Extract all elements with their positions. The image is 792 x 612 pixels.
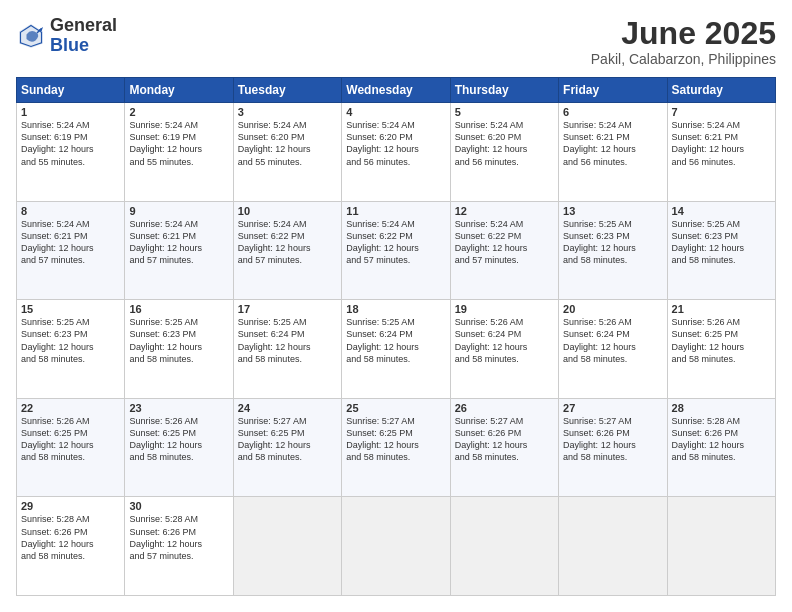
table-row: 9Sunrise: 5:24 AM Sunset: 6:21 PM Daylig… <box>125 201 233 300</box>
table-row: 18Sunrise: 5:25 AM Sunset: 6:24 PM Dayli… <box>342 300 450 399</box>
table-row: 14Sunrise: 5:25 AM Sunset: 6:23 PM Dayli… <box>667 201 775 300</box>
table-row: 27Sunrise: 5:27 AM Sunset: 6:26 PM Dayli… <box>559 398 667 497</box>
logo-general: General <box>50 15 117 35</box>
table-row: 10Sunrise: 5:24 AM Sunset: 6:22 PM Dayli… <box>233 201 341 300</box>
day-info: Sunrise: 5:26 AM Sunset: 6:25 PM Dayligh… <box>21 415 120 464</box>
day-number: 20 <box>563 303 662 315</box>
day-number: 17 <box>238 303 337 315</box>
calendar-row: 15Sunrise: 5:25 AM Sunset: 6:23 PM Dayli… <box>17 300 776 399</box>
day-info: Sunrise: 5:27 AM Sunset: 6:26 PM Dayligh… <box>563 415 662 464</box>
weekday-header-row: Sunday Monday Tuesday Wednesday Thursday… <box>17 78 776 103</box>
table-row: 15Sunrise: 5:25 AM Sunset: 6:23 PM Dayli… <box>17 300 125 399</box>
table-row: 12Sunrise: 5:24 AM Sunset: 6:22 PM Dayli… <box>450 201 558 300</box>
day-info: Sunrise: 5:24 AM Sunset: 6:21 PM Dayligh… <box>563 119 662 168</box>
title-block: June 2025 Pakil, Calabarzon, Philippines <box>591 16 776 67</box>
day-info: Sunrise: 5:24 AM Sunset: 6:21 PM Dayligh… <box>672 119 771 168</box>
day-info: Sunrise: 5:25 AM Sunset: 6:24 PM Dayligh… <box>346 316 445 365</box>
day-info: Sunrise: 5:24 AM Sunset: 6:20 PM Dayligh… <box>455 119 554 168</box>
day-info: Sunrise: 5:24 AM Sunset: 6:20 PM Dayligh… <box>238 119 337 168</box>
table-row: 26Sunrise: 5:27 AM Sunset: 6:26 PM Dayli… <box>450 398 558 497</box>
month-title: June 2025 <box>591 16 776 51</box>
day-info: Sunrise: 5:28 AM Sunset: 6:26 PM Dayligh… <box>21 513 120 562</box>
table-row: 23Sunrise: 5:26 AM Sunset: 6:25 PM Dayli… <box>125 398 233 497</box>
calendar-row: 1Sunrise: 5:24 AM Sunset: 6:19 PM Daylig… <box>17 103 776 202</box>
day-number: 25 <box>346 402 445 414</box>
logo-blue: Blue <box>50 35 89 55</box>
table-row <box>667 497 775 596</box>
day-info: Sunrise: 5:28 AM Sunset: 6:26 PM Dayligh… <box>129 513 228 562</box>
calendar-row: 22Sunrise: 5:26 AM Sunset: 6:25 PM Dayli… <box>17 398 776 497</box>
day-number: 19 <box>455 303 554 315</box>
day-number: 16 <box>129 303 228 315</box>
day-number: 21 <box>672 303 771 315</box>
day-number: 24 <box>238 402 337 414</box>
day-number: 5 <box>455 106 554 118</box>
table-row: 13Sunrise: 5:25 AM Sunset: 6:23 PM Dayli… <box>559 201 667 300</box>
table-row <box>342 497 450 596</box>
day-info: Sunrise: 5:25 AM Sunset: 6:23 PM Dayligh… <box>129 316 228 365</box>
table-row: 29Sunrise: 5:28 AM Sunset: 6:26 PM Dayli… <box>17 497 125 596</box>
header-thursday: Thursday <box>450 78 558 103</box>
table-row: 16Sunrise: 5:25 AM Sunset: 6:23 PM Dayli… <box>125 300 233 399</box>
day-info: Sunrise: 5:26 AM Sunset: 6:24 PM Dayligh… <box>563 316 662 365</box>
day-number: 7 <box>672 106 771 118</box>
day-info: Sunrise: 5:27 AM Sunset: 6:25 PM Dayligh… <box>346 415 445 464</box>
day-number: 30 <box>129 500 228 512</box>
header-wednesday: Wednesday <box>342 78 450 103</box>
day-info: Sunrise: 5:28 AM Sunset: 6:26 PM Dayligh… <box>672 415 771 464</box>
header-saturday: Saturday <box>667 78 775 103</box>
logo-icon <box>16 21 46 51</box>
day-info: Sunrise: 5:26 AM Sunset: 6:24 PM Dayligh… <box>455 316 554 365</box>
calendar-row: 8Sunrise: 5:24 AM Sunset: 6:21 PM Daylig… <box>17 201 776 300</box>
day-info: Sunrise: 5:24 AM Sunset: 6:19 PM Dayligh… <box>129 119 228 168</box>
logo-text: General Blue <box>50 16 117 56</box>
day-number: 10 <box>238 205 337 217</box>
calendar-table: Sunday Monday Tuesday Wednesday Thursday… <box>16 77 776 596</box>
day-info: Sunrise: 5:26 AM Sunset: 6:25 PM Dayligh… <box>672 316 771 365</box>
table-row <box>450 497 558 596</box>
table-row: 6Sunrise: 5:24 AM Sunset: 6:21 PM Daylig… <box>559 103 667 202</box>
table-row: 30Sunrise: 5:28 AM Sunset: 6:26 PM Dayli… <box>125 497 233 596</box>
table-row: 4Sunrise: 5:24 AM Sunset: 6:20 PM Daylig… <box>342 103 450 202</box>
day-number: 23 <box>129 402 228 414</box>
day-number: 4 <box>346 106 445 118</box>
table-row: 20Sunrise: 5:26 AM Sunset: 6:24 PM Dayli… <box>559 300 667 399</box>
table-row <box>233 497 341 596</box>
table-row <box>559 497 667 596</box>
table-row: 1Sunrise: 5:24 AM Sunset: 6:19 PM Daylig… <box>17 103 125 202</box>
day-info: Sunrise: 5:24 AM Sunset: 6:22 PM Dayligh… <box>346 218 445 267</box>
day-number: 22 <box>21 402 120 414</box>
day-info: Sunrise: 5:24 AM Sunset: 6:21 PM Dayligh… <box>21 218 120 267</box>
location: Pakil, Calabarzon, Philippines <box>591 51 776 67</box>
day-number: 18 <box>346 303 445 315</box>
day-number: 15 <box>21 303 120 315</box>
table-row: 28Sunrise: 5:28 AM Sunset: 6:26 PM Dayli… <box>667 398 775 497</box>
day-info: Sunrise: 5:25 AM Sunset: 6:23 PM Dayligh… <box>672 218 771 267</box>
day-info: Sunrise: 5:24 AM Sunset: 6:21 PM Dayligh… <box>129 218 228 267</box>
day-number: 9 <box>129 205 228 217</box>
table-row: 22Sunrise: 5:26 AM Sunset: 6:25 PM Dayli… <box>17 398 125 497</box>
day-number: 28 <box>672 402 771 414</box>
table-row: 24Sunrise: 5:27 AM Sunset: 6:25 PM Dayli… <box>233 398 341 497</box>
day-number: 29 <box>21 500 120 512</box>
table-row: 3Sunrise: 5:24 AM Sunset: 6:20 PM Daylig… <box>233 103 341 202</box>
page: General Blue June 2025 Pakil, Calabarzon… <box>0 0 792 612</box>
day-info: Sunrise: 5:25 AM Sunset: 6:23 PM Dayligh… <box>21 316 120 365</box>
day-number: 14 <box>672 205 771 217</box>
day-number: 26 <box>455 402 554 414</box>
calendar-row: 29Sunrise: 5:28 AM Sunset: 6:26 PM Dayli… <box>17 497 776 596</box>
day-info: Sunrise: 5:24 AM Sunset: 6:22 PM Dayligh… <box>238 218 337 267</box>
header: General Blue June 2025 Pakil, Calabarzon… <box>16 16 776 67</box>
header-sunday: Sunday <box>17 78 125 103</box>
day-number: 1 <box>21 106 120 118</box>
day-number: 27 <box>563 402 662 414</box>
logo: General Blue <box>16 16 117 56</box>
header-tuesday: Tuesday <box>233 78 341 103</box>
day-number: 6 <box>563 106 662 118</box>
table-row: 21Sunrise: 5:26 AM Sunset: 6:25 PM Dayli… <box>667 300 775 399</box>
header-friday: Friday <box>559 78 667 103</box>
table-row: 11Sunrise: 5:24 AM Sunset: 6:22 PM Dayli… <box>342 201 450 300</box>
header-monday: Monday <box>125 78 233 103</box>
day-number: 2 <box>129 106 228 118</box>
day-info: Sunrise: 5:24 AM Sunset: 6:20 PM Dayligh… <box>346 119 445 168</box>
